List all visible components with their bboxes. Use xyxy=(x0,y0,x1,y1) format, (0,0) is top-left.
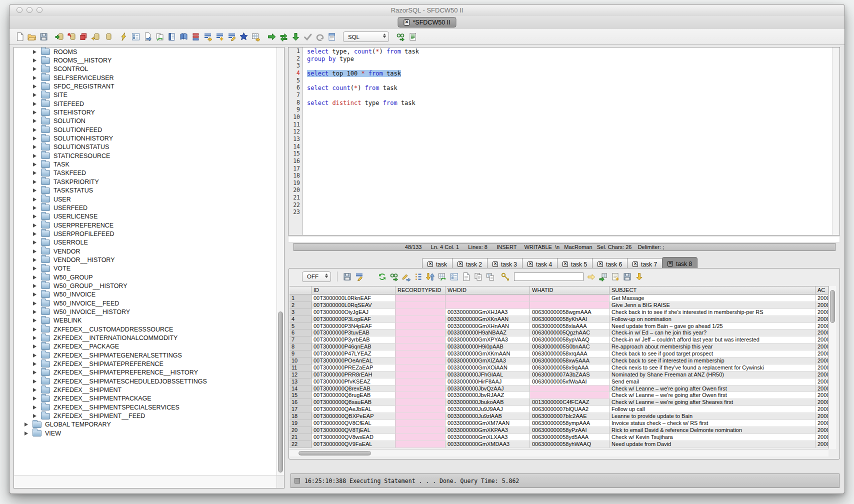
notepad-plus-icon[interactable] xyxy=(610,272,620,282)
cell-activitydate[interactable]: 2000 xyxy=(816,302,828,309)
sql-code-area[interactable]: select type, count(*) from taskgroup by … xyxy=(304,48,832,235)
cell-activitydate[interactable]: 2000 xyxy=(816,434,828,441)
title-bar[interactable]: RazorSQL - SFDCW50 II xyxy=(10,4,844,16)
table-row[interactable]: 1300T3000000PfvKSEAZ0033000000HirF8AAJ00… xyxy=(290,378,828,386)
cell-subject[interactable]: Get Massage xyxy=(610,295,816,302)
tree-vertical-scrollbar[interactable] xyxy=(276,48,284,475)
expand-triangle-icon[interactable] xyxy=(33,119,36,123)
row-number[interactable]: 12 xyxy=(290,372,312,378)
cell-whoid[interactable]: 0033000000GmXHJAA3 xyxy=(446,309,530,316)
table-row[interactable]: 2200T3000000QV9FaEAL0033000000GmXMDAA300… xyxy=(290,441,828,448)
rollback-arrow-icon[interactable] xyxy=(315,32,324,42)
cell-recordtypeid[interactable] xyxy=(396,420,446,427)
close-tab-icon[interactable]: ✕ xyxy=(562,262,568,267)
tree-item-table[interactable]: W50_INVOICE xyxy=(14,290,276,299)
execute-arrow-icon[interactable] xyxy=(267,32,276,42)
expand-triangle-icon[interactable] xyxy=(33,310,36,314)
expand-triangle-icon[interactable] xyxy=(33,198,36,202)
expand-triangle-icon[interactable] xyxy=(33,58,36,62)
expand-triangle-icon[interactable] xyxy=(33,266,36,270)
cell-whoid[interactable]: 0033000000GmXKPAA3 xyxy=(446,427,530,434)
table-row[interactable]: 1400T3000000Q8rexEAB0033000000JbvQzAAJCh… xyxy=(290,386,828,392)
cell-whatid[interactable]: 00630000007blc2AAE xyxy=(530,413,610,420)
cell-activitydate[interactable]: 2000 xyxy=(816,413,828,420)
cell-id[interactable]: 00T3000000POeAnEAL xyxy=(312,358,396,364)
cell-activitydate[interactable]: 2000 xyxy=(816,323,828,330)
props-list-icon[interactable] xyxy=(450,272,459,282)
row-number[interactable]: 13 xyxy=(290,378,312,386)
tree-item-table[interactable]: TASKFEED xyxy=(14,169,276,178)
refresh-green-icon[interactable] xyxy=(378,272,387,282)
expand-triangle-icon[interactable] xyxy=(33,67,36,71)
tree-item-table[interactable]: SFDC_REGISTRANT xyxy=(14,82,276,90)
save-icon[interactable] xyxy=(342,272,352,282)
cell-whoid[interactable]: 0033000000H9aNBAAZ xyxy=(446,330,530,336)
connect-db-icon[interactable] xyxy=(55,32,64,42)
cell-recordtypeid[interactable] xyxy=(396,441,446,448)
expand-triangle-icon[interactable] xyxy=(33,414,36,418)
cell-whatid[interactable]: 00630000005S0bnAAC xyxy=(530,344,610,350)
row-number[interactable]: 14 xyxy=(290,386,312,392)
favorites-star-icon[interactable] xyxy=(239,32,248,42)
expand-triangle-icon[interactable] xyxy=(33,128,36,132)
cell-activitydate[interactable]: 2000 xyxy=(816,330,828,336)
row-number[interactable]: 18 xyxy=(290,413,312,420)
tree-item-table[interactable]: TASKSTATUS xyxy=(14,186,276,195)
cell-subject[interactable]: Check back in to see if she's interested… xyxy=(610,309,816,316)
cell-whatid[interactable]: 006300000058xlaAAA xyxy=(530,323,610,330)
table-row[interactable]: 1500T3000000Q8rugEAB0033000000JbvRJAAZCh… xyxy=(290,392,828,399)
cell-recordtypeid[interactable] xyxy=(396,364,446,372)
cell-recordtypeid[interactable] xyxy=(396,399,446,406)
db-cylinder-icon[interactable] xyxy=(103,32,112,42)
tree-item-table[interactable]: W50_INVOICE__HISTORY xyxy=(14,308,276,316)
expand-triangle-icon[interactable] xyxy=(33,171,36,175)
tree-item-table[interactable]: TASKPRIORITY xyxy=(14,178,276,186)
expand-triangle-icon[interactable] xyxy=(33,292,36,296)
cell-activitydate[interactable]: 2000 xyxy=(816,372,828,378)
editor-horizontal-scrollbar[interactable] xyxy=(288,236,840,242)
cell-whatid[interactable]: 006300000058x9qAAA xyxy=(530,364,610,372)
tree-item-table[interactable]: SITE xyxy=(14,91,276,100)
edit-arrow-icon[interactable] xyxy=(402,272,411,282)
cell-subject[interactable]: Send email xyxy=(610,378,816,386)
tree-item-table[interactable]: VOTE xyxy=(14,264,276,273)
cell-recordtypeid[interactable] xyxy=(396,392,446,399)
tree-horizontal-scrollbar[interactable] xyxy=(14,475,276,488)
expand-triangle-icon[interactable] xyxy=(33,354,36,358)
tree-item-table[interactable]: W50_GROUP__HISTORY xyxy=(14,282,276,290)
cell-whatid[interactable]: 006300000058yPzAAI xyxy=(530,427,610,434)
cell-subject[interactable]: Invoice status check – check w/ RS first xyxy=(610,420,816,427)
sort-arrows-icon[interactable] xyxy=(426,272,435,282)
import-table-icon[interactable] xyxy=(598,272,608,282)
cell-activitydate[interactable]: 2000 xyxy=(816,399,828,406)
expand-triangle-icon[interactable] xyxy=(33,136,36,140)
close-tab-icon[interactable]: ✕ xyxy=(528,262,533,267)
row-number[interactable]: 16 xyxy=(290,399,312,406)
tree-item-category[interactable]: VIEW xyxy=(14,429,276,438)
tree-item-table[interactable]: ROOMS__HISTORY xyxy=(14,56,276,64)
cell-id[interactable]: 00T3000000OiyJgEAJ xyxy=(312,309,396,316)
cell-whoid[interactable]: 0033000000GmXPYAA3 xyxy=(446,336,530,344)
table-row[interactable]: 200T3000000L0RqSEAVGive Jenn a BIG RAISE… xyxy=(290,302,828,309)
open-folder-icon[interactable] xyxy=(27,32,36,42)
table-row[interactable]: 1100T3000000PREZaEAP0033000000GmXOiAAN00… xyxy=(290,364,828,372)
new-file-icon[interactable] xyxy=(15,32,24,42)
cell-id[interactable]: 00T3000000P3tuvEAB xyxy=(312,330,396,336)
cell-activitydate[interactable]: 2000 xyxy=(816,344,828,350)
cell-whoid[interactable]: 0033000000GmXOiAAN xyxy=(446,364,530,372)
tree-item-table[interactable]: SOLUTIONHISTORY xyxy=(14,134,276,142)
table-export-icon[interactable] xyxy=(251,32,260,42)
export-page-icon[interactable] xyxy=(143,32,152,42)
cell-whoid[interactable]: 0033000000JbvRJAAZ xyxy=(446,392,530,399)
cell-whoid[interactable]: 0033000000GmXHnAAN xyxy=(446,323,530,330)
cell-recordtypeid[interactable] xyxy=(396,295,446,302)
tree-item-table[interactable]: USERROLE xyxy=(14,238,276,247)
table-vscroll-thumb[interactable] xyxy=(830,290,835,323)
row-number[interactable]: 3 xyxy=(290,309,312,316)
expand-triangle-icon[interactable] xyxy=(33,154,36,158)
cell-whatid[interactable]: 006300000058ypVAAQ xyxy=(530,336,610,344)
expand-triangle-icon[interactable] xyxy=(33,145,36,149)
cell-id[interactable]: 00T3000000P3LopEAF xyxy=(312,316,396,323)
cell-whatid[interactable]: 006300000058xw5AAA xyxy=(530,358,610,364)
tree-item-table[interactable]: ZKFEDEX__SHIPMENTSPECIALSERVICES xyxy=(14,403,276,412)
